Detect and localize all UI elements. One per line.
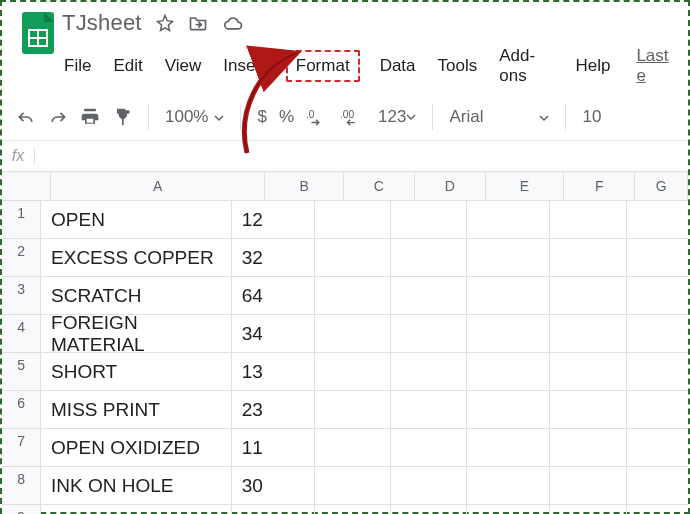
cell-G3[interactable] <box>627 277 688 314</box>
formula-input[interactable] <box>35 148 688 165</box>
col-header-E[interactable]: E <box>486 172 565 200</box>
row-header[interactable]: 3 <box>2 277 41 314</box>
cell-A1[interactable]: OPEN <box>41 201 232 238</box>
cell-B2[interactable]: 32 <box>232 239 315 276</box>
cell-G1[interactable] <box>627 201 688 238</box>
col-header-B[interactable]: B <box>265 172 344 200</box>
undo-icon[interactable] <box>16 108 36 126</box>
col-header-D[interactable]: D <box>415 172 486 200</box>
cell-A7[interactable]: OPEN OXIDIZED <box>41 429 232 466</box>
number-format-select[interactable]: 123 <box>378 107 416 127</box>
cell-G8[interactable] <box>627 467 688 504</box>
cell-F6[interactable] <box>550 391 626 428</box>
cell-F2[interactable] <box>550 239 626 276</box>
cell-D6[interactable] <box>391 391 467 428</box>
menu-edit[interactable]: Edit <box>111 52 144 80</box>
cell-C7[interactable] <box>315 429 391 466</box>
row-header[interactable]: 6 <box>2 391 41 428</box>
cell-B1[interactable]: 12 <box>232 201 315 238</box>
cell-E8[interactable] <box>467 467 550 504</box>
cell-G6[interactable] <box>627 391 688 428</box>
cell-E3[interactable] <box>467 277 550 314</box>
menu-view[interactable]: View <box>163 52 204 80</box>
cell-D9[interactable] <box>391 505 467 514</box>
font-select[interactable]: Arial <box>449 107 549 127</box>
row-header[interactable]: 9 <box>2 505 41 514</box>
col-header-C[interactable]: C <box>344 172 415 200</box>
cell-C9[interactable] <box>315 505 391 514</box>
doc-title[interactable]: TJsheet <box>62 10 142 36</box>
redo-icon[interactable] <box>48 108 68 126</box>
cell-D7[interactable] <box>391 429 467 466</box>
cell-D2[interactable] <box>391 239 467 276</box>
menu-insert[interactable]: Insert <box>221 52 268 80</box>
font-size-select[interactable]: 10 <box>582 107 601 127</box>
menu-format[interactable]: Format <box>286 50 360 82</box>
print-icon[interactable] <box>80 107 100 127</box>
row-header[interactable]: 8 <box>2 467 41 504</box>
cell-A9[interactable]: DENT <box>41 505 232 514</box>
col-header-F[interactable]: F <box>564 172 635 200</box>
col-header-A[interactable]: A <box>51 172 265 200</box>
cell-F8[interactable] <box>550 467 626 504</box>
cell-B8[interactable]: 30 <box>232 467 315 504</box>
menu-tools[interactable]: Tools <box>436 52 480 80</box>
cell-C2[interactable] <box>315 239 391 276</box>
move-folder-icon[interactable] <box>188 14 208 32</box>
currency-button[interactable]: $ <box>257 107 266 127</box>
cell-B6[interactable]: 23 <box>232 391 315 428</box>
cell-D1[interactable] <box>391 201 467 238</box>
menu-data[interactable]: Data <box>378 52 418 80</box>
decrease-decimal-button[interactable]: .0 <box>306 108 328 126</box>
cell-D3[interactable] <box>391 277 467 314</box>
cell-E5[interactable] <box>467 353 550 390</box>
select-all-corner[interactable] <box>2 172 51 200</box>
row-header[interactable]: 7 <box>2 429 41 466</box>
row-header[interactable]: 4 <box>2 315 41 352</box>
cell-A8[interactable]: INK ON HOLE <box>41 467 232 504</box>
cell-B3[interactable]: 64 <box>232 277 315 314</box>
cell-F4[interactable] <box>550 315 626 352</box>
cell-B5[interactable]: 13 <box>232 353 315 390</box>
cell-E4[interactable] <box>467 315 550 352</box>
cell-E9[interactable] <box>467 505 550 514</box>
star-icon[interactable] <box>156 14 174 32</box>
paint-format-icon[interactable] <box>112 107 132 127</box>
menu-help[interactable]: Help <box>573 52 612 80</box>
row-header[interactable]: 2 <box>2 239 41 276</box>
cell-D4[interactable] <box>391 315 467 352</box>
cell-F9[interactable] <box>550 505 626 514</box>
cell-F3[interactable] <box>550 277 626 314</box>
cell-F1[interactable] <box>550 201 626 238</box>
cell-B7[interactable]: 11 <box>232 429 315 466</box>
cell-C4[interactable] <box>315 315 391 352</box>
increase-decimal-button[interactable]: .00 <box>340 108 366 126</box>
last-edit-link[interactable]: Last e <box>636 46 676 86</box>
cell-C5[interactable] <box>315 353 391 390</box>
cell-B4[interactable]: 34 <box>232 315 315 352</box>
cell-C8[interactable] <box>315 467 391 504</box>
cell-G9[interactable] <box>627 505 688 514</box>
cell-A2[interactable]: EXCESS COPPER <box>41 239 232 276</box>
cell-E6[interactable] <box>467 391 550 428</box>
cell-E7[interactable] <box>467 429 550 466</box>
cloud-status-icon[interactable] <box>222 14 244 32</box>
cell-F5[interactable] <box>550 353 626 390</box>
sheets-logo[interactable] <box>14 10 62 56</box>
cell-A5[interactable]: SHORT <box>41 353 232 390</box>
cell-G5[interactable] <box>627 353 688 390</box>
cell-E2[interactable] <box>467 239 550 276</box>
col-header-G[interactable]: G <box>635 172 688 200</box>
menu-addons[interactable]: Add-ons <box>497 42 555 90</box>
cell-C6[interactable] <box>315 391 391 428</box>
cell-C3[interactable] <box>315 277 391 314</box>
cell-G4[interactable] <box>627 315 688 352</box>
cell-A6[interactable]: MISS PRINT <box>41 391 232 428</box>
row-header[interactable]: 5 <box>2 353 41 390</box>
cell-D5[interactable] <box>391 353 467 390</box>
cell-F7[interactable] <box>550 429 626 466</box>
cell-G7[interactable] <box>627 429 688 466</box>
menu-file[interactable]: File <box>62 52 93 80</box>
cell-G2[interactable] <box>627 239 688 276</box>
cell-C1[interactable] <box>315 201 391 238</box>
